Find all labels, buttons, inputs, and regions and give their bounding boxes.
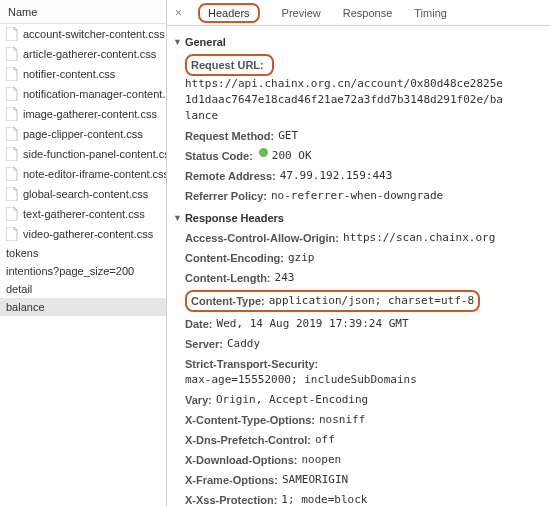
response-header-row: X-Xss-Protection:1; mode=block: [167, 490, 550, 507]
headers-content: ▼ General Request URL: https://api.chain…: [167, 26, 550, 507]
tab-preview[interactable]: Preview: [272, 3, 331, 23]
file-item-label: image-gatherer-content.css: [23, 108, 157, 120]
response-header-row: Vary:Origin, Accept-Encoding: [167, 390, 550, 410]
file-item[interactable]: side-function-panel-content.css: [0, 144, 166, 164]
file-item-label: tokens: [6, 247, 38, 259]
file-item[interactable]: intentions?page_size=200: [0, 262, 166, 280]
row-referrer-policy: Referrer Policy: no-referrer-when-downgr…: [167, 186, 550, 206]
response-header-row: Content-Length:243: [167, 268, 550, 288]
row-request-url: Request URL: https://api.chainx.org.cn/a…: [167, 52, 550, 126]
file-item[interactable]: image-gatherer-content.css: [0, 104, 166, 124]
tabbar: × Headers Preview Response Timing: [167, 0, 550, 26]
file-item-label: video-gatherer-content.css: [23, 228, 153, 240]
response-header-row: X-Content-Type-Options:nosniff: [167, 410, 550, 430]
file-item[interactable]: account-switcher-content.css: [0, 24, 166, 44]
file-item-label: notification-manager-content....: [23, 88, 166, 100]
sidebar-header-name[interactable]: Name: [0, 0, 166, 24]
row-remote-address: Remote Address: 47.99.192.159:443: [167, 166, 550, 186]
file-item[interactable]: video-gatherer-content.css: [0, 224, 166, 244]
response-header-row: Access-Control-Allow-Origin:https://scan…: [167, 228, 550, 248]
response-header-row: X-Download-Options:noopen: [167, 450, 550, 470]
main-panel: × Headers Preview Response Timing ▼ Gene…: [167, 0, 550, 507]
response-header-row: X-Frame-Options:SAMEORIGIN: [167, 470, 550, 490]
file-item-label: note-editor-iframe-content.css: [23, 168, 166, 180]
disclosure-triangle-icon: ▼: [173, 37, 182, 47]
row-status-code: Status Code: 200 OK: [167, 146, 550, 166]
status-dot-icon: [259, 148, 268, 157]
response-header-row: Strict-Transport-Security:max-age=155520…: [167, 354, 550, 390]
file-item[interactable]: notifier-content.css: [0, 64, 166, 84]
file-list: account-switcher-content.cssarticle-gath…: [0, 24, 166, 316]
disclosure-triangle-icon: ▼: [173, 213, 182, 223]
file-item[interactable]: notification-manager-content....: [0, 84, 166, 104]
sidebar: Name account-switcher-content.cssarticle…: [0, 0, 167, 507]
file-item-label: article-gatherer-content.css: [23, 48, 156, 60]
file-item-label: global-search-content.css: [23, 188, 148, 200]
file-item-label: text-gatherer-content.css: [23, 208, 145, 220]
file-item[interactable]: text-gatherer-content.css: [0, 204, 166, 224]
file-item[interactable]: detail: [0, 280, 166, 298]
response-header-row: Date:Wed, 14 Aug 2019 17:39:24 GMT: [167, 314, 550, 334]
section-response-headers[interactable]: ▼ Response Headers: [167, 206, 550, 228]
file-item-label: account-switcher-content.css: [23, 28, 165, 40]
file-item-label: detail: [6, 283, 32, 295]
section-general[interactable]: ▼ General: [167, 30, 550, 52]
response-header-row: Server:Caddy: [167, 334, 550, 354]
response-header-row: Content-Type:application/json; charset=u…: [167, 288, 550, 314]
file-item[interactable]: page-clipper-content.css: [0, 124, 166, 144]
file-item[interactable]: global-search-content.css: [0, 184, 166, 204]
tab-timing[interactable]: Timing: [404, 3, 457, 23]
file-item[interactable]: article-gatherer-content.css: [0, 44, 166, 64]
file-item-label: intentions?page_size=200: [6, 265, 134, 277]
tab-headers[interactable]: Headers: [188, 3, 270, 23]
row-request-method: Request Method: GET: [167, 126, 550, 146]
file-item[interactable]: balance: [0, 298, 166, 316]
file-item-label: balance: [6, 301, 45, 313]
file-item[interactable]: note-editor-iframe-content.css: [0, 164, 166, 184]
tab-response[interactable]: Response: [333, 3, 403, 23]
close-icon[interactable]: ×: [171, 6, 186, 20]
response-header-row: Content-Encoding:gzip: [167, 248, 550, 268]
file-item-label: side-function-panel-content.css: [23, 148, 166, 160]
file-item-label: notifier-content.css: [23, 68, 115, 80]
file-item[interactable]: tokens: [0, 244, 166, 262]
response-header-row: X-Dns-Prefetch-Control:off: [167, 430, 550, 450]
file-item-label: page-clipper-content.css: [23, 128, 143, 140]
